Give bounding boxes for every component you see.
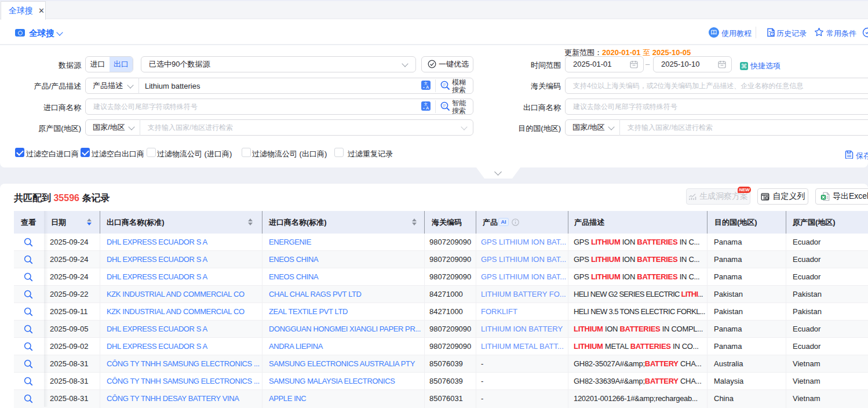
svg-text:A: A bbox=[426, 85, 429, 90]
svg-text:A: A bbox=[426, 105, 429, 111]
